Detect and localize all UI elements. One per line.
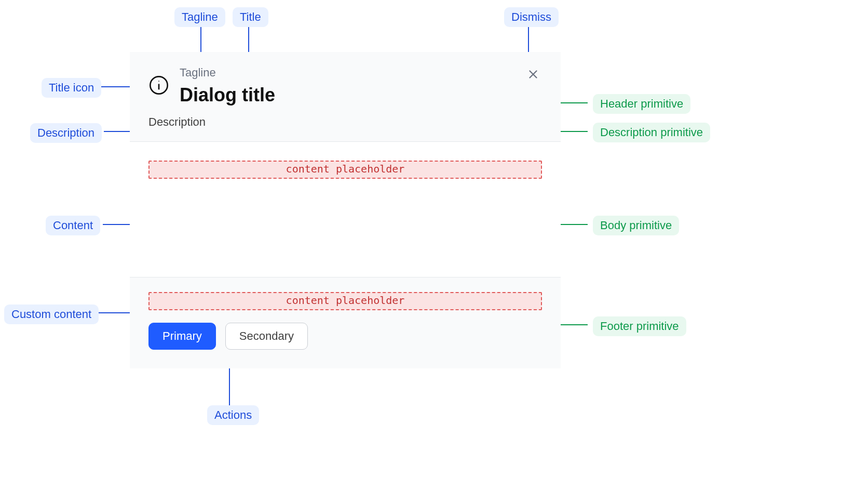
annotation-title: Title [233,7,268,27]
annotation-tagline: Tagline [174,7,225,27]
dialog-actions: Primary Secondary [148,323,542,350]
body-content-placeholder: content placeholder [148,161,542,179]
annotation-footer-primitive: Footer primitive [593,316,686,336]
dialog-description: Description [148,115,542,129]
footer-content-placeholder: content placeholder [148,292,542,310]
annotation-custom-content: Custom content [4,305,99,324]
annotation-content: Content [46,216,100,235]
dialog-body-primitive: content placeholder [130,142,561,277]
secondary-button[interactable]: Secondary [225,323,308,350]
dialog-card: Tagline Dialog title Description content… [130,52,561,368]
dialog-tagline: Tagline [180,65,275,81]
annotation-description-primitive: Description primitive [593,123,710,142]
svg-point-26 [158,81,159,82]
dismiss-button[interactable] [526,68,540,81]
dialog-title: Dialog title [180,84,275,106]
info-icon [148,75,169,96]
annotation-body-primitive: Body primitive [593,216,679,235]
annotation-dismiss: Dismiss [504,7,559,27]
dialog-footer-primitive: content placeholder Primary Secondary [130,277,561,368]
primary-button[interactable]: Primary [148,323,216,350]
annotation-description: Description [30,123,102,143]
annotation-actions: Actions [207,405,259,425]
annotation-title-icon: Title icon [42,78,101,98]
dialog-header-primitive: Tagline Dialog title Description [130,52,561,142]
annotation-header-primitive: Header primitive [593,94,690,114]
